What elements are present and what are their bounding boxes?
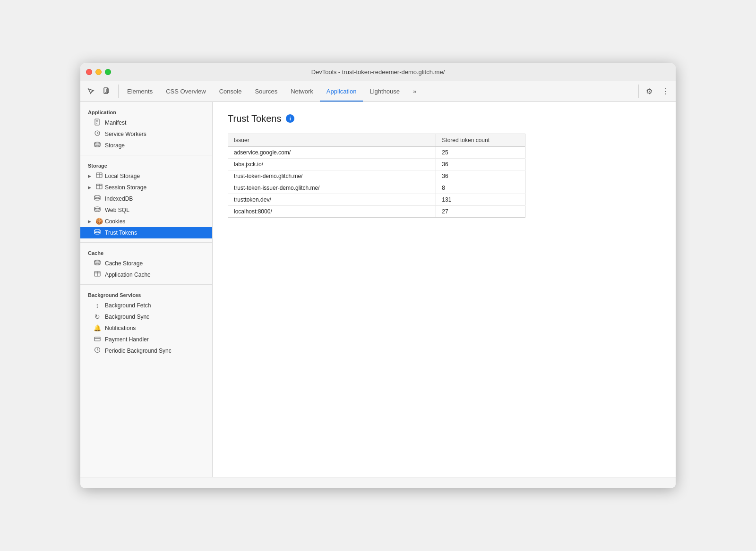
local-storage-icon (95, 172, 103, 179)
application-cache-label: Application Cache (105, 271, 151, 278)
device-icon[interactable] (99, 85, 112, 98)
table-row: labs.jxck.io/36 (228, 158, 525, 170)
titlebar: DevTools - trust-token-redeemer-demo.gli… (80, 63, 676, 81)
local-storage-label: Local Storage (105, 173, 140, 179)
manifest-icon (94, 119, 101, 127)
sidebar-item-background-fetch[interactable]: ↕ Background Fetch (80, 300, 212, 311)
info-icon[interactable]: i (286, 114, 294, 123)
issuer-cell: trust-token-issuer-demo.glitch.me/ (228, 182, 436, 194)
tab-css-overview[interactable]: CSS Overview (159, 81, 213, 102)
session-storage-label: Session Storage (105, 184, 146, 191)
session-storage-icon (95, 184, 103, 191)
sidebar-section-background: Background Services (80, 288, 212, 300)
toolbar-right: ⚙ ⋮ (638, 85, 672, 98)
service-workers-icon (94, 130, 101, 138)
background-fetch-icon: ↕ (94, 302, 101, 309)
svg-point-15 (94, 260, 100, 262)
tab-application[interactable]: Application (320, 81, 363, 102)
table-header-issuer: Issuer (228, 134, 436, 146)
sidebar-item-notifications[interactable]: 🔔 Notifications (80, 322, 212, 334)
svg-point-5 (94, 142, 100, 144)
trust-tokens-label: Trust Tokens (105, 229, 137, 236)
sidebar-item-cache-storage[interactable]: Cache Storage (80, 258, 212, 269)
tab-lighthouse[interactable]: Lighthouse (363, 81, 406, 102)
issuer-cell: localhost:8000/ (228, 205, 436, 217)
trust-tokens-icon (94, 229, 101, 237)
tab-elements[interactable]: Elements (120, 81, 159, 102)
toolbar-icons (84, 85, 119, 98)
count-cell: 36 (436, 158, 525, 170)
svg-point-12 (94, 195, 100, 197)
svg-point-14 (94, 229, 100, 231)
issuer-cell: labs.jxck.io/ (228, 158, 436, 170)
local-storage-arrow: ▶ (88, 174, 94, 178)
tab-network[interactable]: Network (284, 81, 320, 102)
traffic-lights (86, 69, 111, 75)
sidebar-item-indexeddb[interactable]: IndexedDB (80, 193, 212, 204)
background-fetch-label: Background Fetch (105, 302, 151, 309)
inspect-icon[interactable] (84, 85, 97, 98)
status-bar (80, 477, 676, 488)
issuer-cell: trust-token-demo.glitch.me/ (228, 170, 436, 182)
sidebar-section-storage: Storage (80, 159, 212, 170)
indexeddb-label: IndexedDB (105, 195, 133, 202)
divider-2 (80, 242, 212, 243)
cache-storage-label: Cache Storage (105, 260, 143, 267)
content-title-row: Trust Tokens i (228, 113, 661, 124)
cookies-icon: 🍪 (95, 218, 103, 225)
cookies-label: Cookies (105, 218, 125, 225)
notifications-label: Notifications (105, 325, 136, 331)
sidebar-item-session-storage[interactable]: ▶ Session Storage (80, 182, 212, 193)
window-title: DevTools - trust-token-redeemer-demo.gli… (311, 68, 445, 76)
close-button[interactable] (86, 69, 92, 75)
sidebar-item-local-storage[interactable]: ▶ Local Storage (80, 170, 212, 182)
payment-handler-icon (94, 336, 101, 343)
sidebar-item-manifest[interactable]: Manifest (80, 117, 212, 128)
sidebar-item-payment-handler[interactable]: Payment Handler (80, 334, 212, 345)
content-area: Trust Tokens i Issuer Stored token count… (213, 102, 676, 477)
sidebar-item-trust-tokens[interactable]: Trust Tokens (80, 227, 212, 238)
more-options-button[interactable]: ⋮ (659, 85, 672, 98)
table-row: localhost:8000/27 (228, 205, 525, 217)
issuer-cell: adservice.google.com/ (228, 146, 436, 158)
periodic-background-sync-icon (94, 347, 101, 355)
tab-console[interactable]: Console (213, 81, 249, 102)
table-row: adservice.google.com/25 (228, 146, 525, 158)
manifest-label: Manifest (105, 119, 126, 126)
sidebar-item-background-sync[interactable]: ↻ Background Sync (80, 311, 212, 322)
page-title: Trust Tokens (228, 113, 281, 124)
maximize-button[interactable] (105, 69, 111, 75)
sidebar-item-storage-app[interactable]: Storage (80, 140, 212, 151)
tab-more[interactable]: » (406, 81, 423, 102)
table-row: trusttoken.dev/131 (228, 194, 525, 205)
toolbar: Elements CSS Overview Console Sources Ne… (80, 81, 676, 102)
count-cell: 8 (436, 182, 525, 194)
svg-rect-19 (94, 337, 100, 341)
application-cache-icon (94, 271, 101, 278)
minimize-button[interactable] (95, 69, 102, 75)
indexeddb-icon (94, 195, 101, 203)
web-sql-label: Web SQL (105, 207, 129, 213)
sidebar-item-application-cache[interactable]: Application Cache (80, 269, 212, 280)
svg-rect-1 (105, 93, 107, 93)
storage-app-icon (94, 142, 101, 149)
notifications-icon: 🔔 (94, 324, 101, 331)
sidebar-section-application: Application (80, 106, 212, 117)
payment-handler-label: Payment Handler (105, 336, 149, 343)
storage-app-label: Storage (105, 142, 125, 149)
count-cell: 131 (436, 194, 525, 205)
settings-button[interactable]: ⚙ (643, 85, 656, 98)
devtools-window: DevTools - trust-token-redeemer-demo.gli… (80, 63, 676, 488)
sidebar-section-cache: Cache (80, 246, 212, 258)
nav-tabs: Elements CSS Overview Console Sources Ne… (120, 81, 638, 102)
issuer-cell: trusttoken.dev/ (228, 194, 436, 205)
sidebar-item-service-workers[interactable]: Service Workers (80, 128, 212, 140)
tab-sources[interactable]: Sources (248, 81, 284, 102)
sidebar-item-web-sql[interactable]: Web SQL (80, 204, 212, 216)
sidebar-item-periodic-background-sync[interactable]: Periodic Background Sync (80, 345, 212, 356)
trust-tokens-table: Issuer Stored token count adservice.goog… (228, 134, 525, 218)
background-sync-icon: ↻ (94, 313, 101, 321)
divider-1 (80, 155, 212, 155)
sidebar-item-cookies[interactable]: ▶ 🍪 Cookies (80, 216, 212, 227)
count-cell: 25 (436, 146, 525, 158)
